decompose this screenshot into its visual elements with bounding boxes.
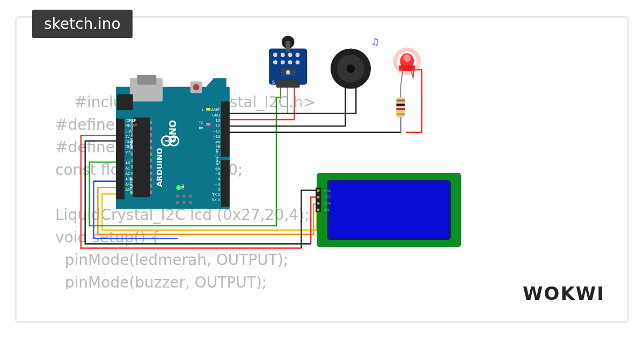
svg-text:A2: A2 [126,172,130,175]
svg-rect-5 [221,160,230,207]
brand-label: ARDUINO [155,148,164,187]
svg-rect-112 [328,181,450,239]
svg-point-36 [176,195,179,198]
led-red[interactable] [396,49,419,86]
svg-point-116 [317,196,320,199]
svg-rect-13 [131,159,133,162]
svg-point-38 [189,195,192,198]
svg-point-92 [286,70,290,75]
svg-rect-4 [221,101,230,157]
svg-text:TX: TX [198,121,203,124]
svg-text:~11: ~11 [213,129,220,134]
svg-point-85 [288,53,292,57]
svg-rect-28 [150,178,152,181]
svg-text:Vin: Vin [126,150,131,154]
svg-rect-82 [286,41,290,52]
wire-buzzer-gnd [229,87,356,113]
svg-point-35 [189,201,192,204]
svg-rect-1 [137,75,157,85]
svg-point-115 [317,189,320,192]
svg-rect-26 [150,165,152,168]
svg-text:DIGITAL (PWM ~): DIGITAL (PWM ~) [215,141,219,171]
svg-text:~10: ~10 [213,135,220,139]
svg-point-87 [273,60,277,64]
svg-text:GND: GND [212,113,220,117]
svg-text:ON: ON [181,185,185,190]
svg-text:A0: A0 [126,161,130,165]
svg-text:RX: RX [199,126,203,130]
svg-point-86 [296,53,300,57]
svg-rect-24 [150,152,152,156]
svg-text:RX 0: RX 0 [212,198,220,202]
svg-point-33 [176,201,179,204]
svg-text:SDA: SDA [324,201,331,205]
svg-point-83 [273,53,277,57]
svg-point-84 [281,53,285,57]
svg-point-32 [193,84,200,91]
svg-rect-6 [133,117,150,197]
svg-rect-19 [150,121,152,124]
resistor[interactable] [397,87,405,133]
svg-rect-30 [150,191,152,194]
svg-rect-22 [150,140,152,143]
arduino-uno[interactable]: ARDUINO UNO IOREF RESET 3.3V 5V GND GND … [116,75,230,209]
svg-rect-25 [150,159,152,162]
svg-text:POWER: POWER [129,138,133,150]
svg-rect-20 [150,127,152,130]
svg-rect-9 [131,134,133,137]
svg-text:S: S [272,80,275,85]
svg-text:A1: A1 [126,166,130,170]
file-tab-label: sketch.ino [44,15,121,33]
svg-text:~3: ~3 [215,182,220,187]
svg-rect-107 [397,104,405,106]
svg-rect-27 [150,172,152,175]
buzzer[interactable]: ♫ [331,36,379,89]
svg-text:2: 2 [218,188,220,192]
wire-ntc-vcc [229,87,295,120]
wire-led-cathode [406,70,422,133]
svg-rect-2 [117,94,133,110]
music-icon: ♫ [371,36,379,47]
svg-point-34 [182,201,186,204]
svg-rect-21 [150,134,152,137]
svg-point-88 [281,60,285,64]
svg-point-37 [182,195,186,198]
svg-rect-109 [397,113,405,115]
board-label: UNO [167,120,178,143]
led-tx [206,123,210,126]
svg-rect-108 [397,108,405,110]
file-tab[interactable]: sketch.ino [32,10,133,38]
svg-rect-12 [131,152,133,156]
svg-text:~5: ~5 [215,172,220,176]
svg-text:SCL: SCL [324,208,331,211]
svg-point-89 [288,60,292,64]
led-l [206,108,210,111]
svg-text:VCC: VCC [324,195,331,199]
wire-ntc-gnd [229,87,288,113]
circuit-diagram[interactable]: ARDUINO UNO IOREF RESET 3.3V 5V GND GND … [17,18,627,321]
svg-text:GND: GND [324,189,332,193]
svg-text:TX 1: TX 1 [212,193,220,197]
ntc-module[interactable]: S [269,36,307,88]
svg-point-117 [317,202,320,205]
svg-text:4: 4 [218,177,220,181]
svg-text:12: 12 [216,124,220,128]
wire-lcd-gnd [301,190,318,248]
svg-point-118 [317,209,320,211]
svg-rect-106 [397,99,405,101]
svg-text:AREF: AREF [211,108,220,112]
lcd-2004-i2c[interactable]: GND VCC SDA SCL [316,173,461,247]
svg-point-97 [347,64,355,73]
svg-text:IOREF: IOREF [126,119,136,122]
svg-point-90 [296,60,300,64]
svg-rect-3 [116,119,125,199]
svg-rect-93 [276,80,300,88]
wokwi-logo: WOKWI [523,283,605,304]
svg-text:13: 13 [216,119,220,123]
svg-rect-29 [150,185,152,188]
svg-rect-15 [131,172,133,175]
svg-text:3.3V: 3.3V [126,129,133,133]
svg-text:RESET: RESET [126,124,137,128]
svg-point-100 [403,54,411,62]
svg-text:ANALOG IN: ANALOG IN [129,177,133,195]
